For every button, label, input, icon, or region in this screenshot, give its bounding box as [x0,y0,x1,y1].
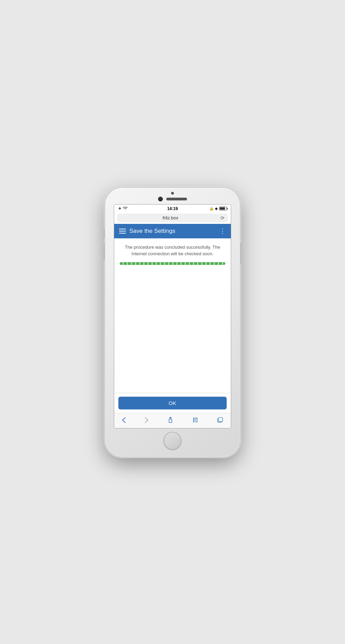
tabs-button[interactable] [215,416,225,426]
svg-rect-2 [219,417,223,422]
battery-icon [219,207,227,210]
front-camera [158,197,163,201]
phone-screen: ✈ 14:19 🔒 ◈ f [114,204,231,428]
status-bar: ✈ 14:19 🔒 ◈ [114,205,231,212]
status-bar-right: 🔒 ◈ [209,207,227,210]
more-options-icon[interactable]: ⋮ [219,227,226,235]
airplane-icon: ✈ [118,207,121,210]
browser-nav [114,413,231,428]
status-bar-left: ✈ [118,207,128,211]
app-header: Save the Settings ⋮ [114,224,231,238]
hamburger-menu-button[interactable] [119,229,126,234]
success-message: The procedure was concluded successfully… [120,244,225,257]
hamburger-line-2 [119,231,126,231]
battery-fill [220,207,225,210]
content-area: The procedure was concluded successfully… [114,238,231,393]
volume-up-button[interactable] [103,229,105,239]
back-button[interactable] [120,416,128,426]
phone-frame: ✈ 14:19 🔒 ◈ f [105,188,240,457]
volume-down-button[interactable] [103,243,105,260]
page-title: Save the Settings [129,228,219,235]
side-buttons-right [240,243,241,264]
power-button[interactable] [240,243,241,264]
url-text[interactable]: fritz.box [120,215,220,220]
earpiece-speaker [166,198,187,200]
status-time: 14:19 [167,206,178,211]
side-buttons-left [103,229,105,260]
svg-rect-0 [169,419,172,423]
forward-button[interactable] [142,416,151,426]
hamburger-line-3 [119,233,126,234]
wifi-icon [123,207,128,211]
phone-top-bar [158,197,187,201]
progress-bar [120,262,225,265]
reload-icon[interactable]: ⟳ [220,215,225,221]
ok-button[interactable]: OK [118,397,227,409]
location-icon: ◈ [215,207,218,210]
url-bar[interactable]: fritz.box ⟳ [117,214,228,222]
hamburger-line-1 [119,229,126,229]
home-button[interactable] [164,432,181,450]
bottom-section: OK [114,393,231,413]
lock-icon: 🔒 [209,207,214,210]
bookmarks-button[interactable] [190,416,200,426]
share-button[interactable] [165,416,176,426]
progress-bar-fill [120,262,225,265]
speaker-dot [171,192,174,195]
